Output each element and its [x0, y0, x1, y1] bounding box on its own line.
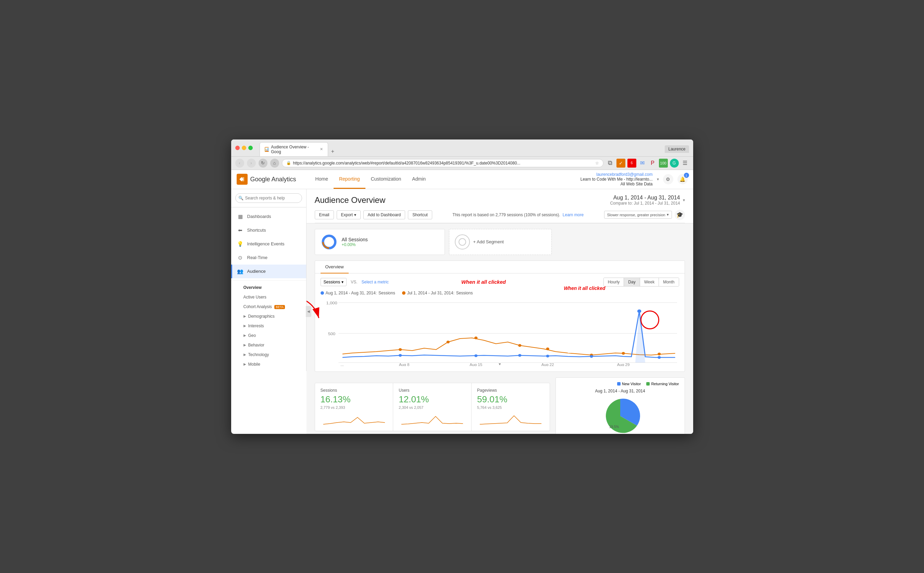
forward-button[interactable]: › — [247, 159, 256, 168]
browser-addressbar: ‹ › ↻ ⌂ 🔒 https://analytics.google.com/a… — [231, 157, 693, 170]
email-button[interactable]: Email — [315, 210, 334, 219]
notification-icon[interactable]: 6 — [627, 159, 636, 168]
stat-sessions-label: Sessions — [320, 388, 388, 393]
pie-chart-svg: 19.5% — [593, 396, 648, 434]
sidebar-wrapper: 🔍 ▦ Dashboards ⬅ Shortcuts — [231, 189, 306, 434]
maximize-button[interactable] — [248, 146, 253, 150]
add-segment-circle — [455, 235, 470, 249]
back-button[interactable]: ‹ — [235, 159, 244, 168]
sidebar-sub-interests[interactable]: ▶ Interests — [231, 321, 306, 331]
menu-icon[interactable]: ☰ — [681, 159, 689, 167]
learn-more-link[interactable]: Learn more — [563, 213, 584, 217]
sidebar-sub-cohort[interactable]: Cohort Analysis BETA — [231, 302, 306, 312]
sidebar-item-realtime[interactable]: ⊙ Real-Time — [231, 251, 306, 265]
stat-pageviews-label: Pageviews — [477, 388, 544, 393]
stat-sessions-chart — [320, 412, 388, 426]
refresh-button[interactable]: ↻ — [259, 159, 267, 168]
nav-customization[interactable]: Customization — [365, 170, 407, 189]
sidebar-search-area: 🔍 — [231, 189, 306, 207]
metric-selector[interactable]: Sessions ▾ — [320, 278, 347, 286]
settings-button[interactable]: ⚙ — [663, 174, 673, 185]
nav-home[interactable]: Home — [310, 170, 334, 189]
bookmark-icon[interactable]: ☆ — [595, 161, 599, 166]
precision-button[interactable]: Slower response, greater precision ▾ — [604, 211, 672, 219]
number-icon[interactable]: 100 — [659, 159, 668, 168]
close-button[interactable] — [235, 146, 240, 150]
sidebar-sub-technology[interactable]: ▶ Technology — [231, 350, 306, 360]
annotation-text: When it all clicked — [461, 279, 506, 285]
new-tab-button[interactable]: + — [328, 147, 338, 156]
segment-info: All Sessions +0.00% — [342, 237, 368, 247]
date-range-section: Aug 1, 2014 - Aug 31, 2014 Compare to: J… — [610, 195, 685, 206]
browser-tabs: 📊 Audience Overview - Goog ✕ + — [260, 142, 665, 156]
annotation-arrow — [306, 294, 645, 363]
sidebar-sub-behavior[interactable]: ▶ Behavior — [231, 340, 306, 350]
active-tab[interactable]: 📊 Audience Overview - Goog ✕ — [260, 142, 328, 156]
stat-users-chart — [399, 412, 466, 426]
minimize-button[interactable] — [242, 146, 246, 150]
chart-annotation-text: When it all clicked — [564, 285, 605, 291]
pinterest-icon[interactable]: P — [649, 159, 657, 167]
svg-text:Aug 22: Aug 22 — [541, 363, 554, 366]
sidebar-item-shortcuts[interactable]: ⬅ Shortcuts — [231, 224, 306, 237]
shortcut-button[interactable]: Shortcut — [408, 210, 432, 219]
address-bar[interactable]: 🔒 https://analytics.google.com/analytics… — [282, 159, 604, 167]
browser-window: 📊 Audience Overview - Goog ✕ + Laurence … — [231, 139, 693, 434]
sidebar-sub-geo[interactable]: ▶ Geo — [231, 331, 306, 340]
main-content: Audience Overview Aug 1, 2014 - Aug 31, … — [306, 189, 693, 434]
sidebar-sub-overview[interactable]: Overview — [231, 283, 306, 292]
user-info: laurencebradford3@gmail.com Learn to Cod… — [581, 172, 653, 186]
precision-text: Slower response, greater precision — [607, 213, 665, 217]
sidebar-sub-demographics[interactable]: ▶ Demographics — [231, 312, 306, 321]
mail-icon[interactable]: ✉ — [638, 159, 646, 167]
sidebar-item-audience[interactable]: 👥 Audience — [231, 265, 306, 278]
nav-reporting[interactable]: Reporting — [334, 170, 365, 189]
stat-pageviews: Pageviews 59.01% 5,764 vs 3,625 — [471, 383, 550, 431]
intelligence-icon: 💡 — [237, 241, 244, 247]
week-button[interactable]: Week — [640, 278, 659, 286]
behavior-arrow: ▶ — [243, 343, 246, 347]
audience-icon: 👥 — [237, 268, 244, 275]
new-visitor-dot — [617, 382, 621, 385]
hourly-button[interactable]: Hourly — [604, 278, 624, 286]
main-nav-links: Home Reporting Customization Admin — [310, 170, 431, 189]
user-dropdown-arrow[interactable]: ▾ — [657, 177, 659, 182]
brand-logo — [237, 174, 248, 185]
pie-title: Aug 1, 2014 - Aug 31, 2014 — [561, 388, 679, 393]
select-metric-link[interactable]: Select a metric — [362, 280, 389, 285]
url-text: https://analytics.google.com/analytics/w… — [293, 161, 593, 166]
sidebar-item-dashboards[interactable]: ▦ Dashboards — [231, 210, 306, 224]
grammarly-icon[interactable]: G — [670, 159, 679, 168]
segment-donut — [320, 233, 338, 250]
beta-badge: BETA — [274, 305, 285, 309]
metric-dropdown-arrow: ▾ — [342, 280, 343, 285]
bookmark-tool-icon[interactable]: ✓ — [617, 159, 625, 168]
stat-sessions-value: 16.13% — [320, 394, 388, 405]
stat-users-compare: 2,304 vs 2,057 — [399, 405, 466, 410]
report-info: This report is based on 2,779 sessions (… — [435, 213, 601, 217]
add-dashboard-button[interactable]: Add to Dashboard — [364, 210, 406, 219]
add-segment-label: + Add Segment — [473, 239, 504, 244]
nav-admin[interactable]: Admin — [406, 170, 431, 189]
all-sessions-segment: All Sessions +0.00% — [315, 229, 445, 255]
sidebar-item-intelligence[interactable]: 💡 Intelligence Events — [231, 237, 306, 251]
date-picker-icon[interactable]: ▾ — [683, 198, 685, 202]
tab-close-button[interactable]: ✕ — [320, 147, 323, 152]
highlight-circle — [640, 310, 659, 329]
month-button[interactable]: Month — [659, 278, 679, 286]
stat-sessions-compare: 2,779 vs 2,393 — [320, 405, 388, 410]
notifications-button[interactable]: 🔔 1 — [677, 174, 688, 185]
search-input[interactable] — [235, 193, 302, 203]
hat-icon-button[interactable]: 🎓 — [675, 210, 685, 220]
layers-icon[interactable]: ⧉ — [606, 159, 614, 167]
sidebar-sub-active-users[interactable]: Active Users — [231, 292, 306, 302]
page-actions: Email Export ▾ Add to Dashboard Shortcut… — [315, 210, 685, 223]
sidebar-sub-mobile[interactable]: ▶ Mobile — [231, 360, 306, 369]
realtime-icon: ⊙ — [237, 254, 244, 261]
home-button[interactable]: ⌂ — [270, 159, 279, 168]
day-button[interactable]: Day — [624, 278, 640, 286]
add-segment-button[interactable]: + Add Segment — [449, 229, 552, 255]
export-button[interactable]: Export ▾ — [337, 210, 361, 219]
tab-overview[interactable]: Overview — [320, 261, 349, 274]
stats-area: Sessions 16.13% 2,779 vs 2,393 — [315, 377, 550, 434]
